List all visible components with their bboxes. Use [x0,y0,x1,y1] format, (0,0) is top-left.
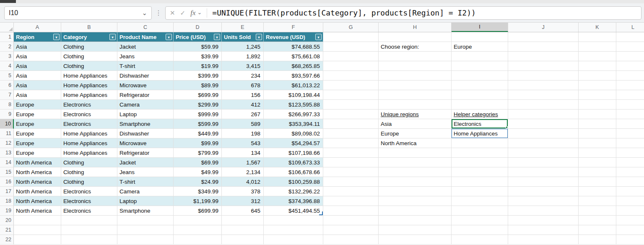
cell-G9[interactable] [323,109,379,119]
cell-C14[interactable]: Jacket [117,158,174,167]
cell-J3[interactable] [508,52,579,61]
cell-J10[interactable] [508,119,579,129]
cell-F5[interactable]: $93,597.66 [264,71,323,81]
cell-A2[interactable]: Asia [14,42,61,52]
formula-input-area[interactable]: ✕ ✓ fx ⌄ =UNIQUE(FILTER(products[Categor… [165,6,641,20]
cell-H2[interactable]: Choose region: [379,42,452,52]
cell-H12[interactable]: North America [379,138,452,148]
cell-H18[interactable] [379,196,452,206]
cell-B13[interactable]: Home Appliances [61,148,117,158]
row-header-21[interactable]: 21 [0,225,14,235]
cell-K8[interactable] [579,100,616,109]
row-header-7[interactable]: 7 [0,90,14,100]
filter-button-column-F[interactable]: ▾ [315,34,322,40]
cell-H19[interactable] [379,206,452,216]
cell-K3[interactable] [579,52,616,61]
cell-A5[interactable]: Asia [14,71,61,81]
column-header-L[interactable]: L [616,23,644,32]
cell-I4[interactable] [452,61,508,71]
cell-E10[interactable]: 589 [222,119,264,129]
cell-B12[interactable]: Home Appliances [61,138,117,148]
cell-F6[interactable]: $61,013.22 [264,81,323,90]
cell-C16[interactable]: T-shirt [117,177,174,187]
column-header-F[interactable]: F [264,23,323,32]
cell-I3[interactable] [452,52,508,61]
cell-E1[interactable]: Units Sold▾ [222,32,264,42]
column-header-G[interactable]: G [323,23,379,32]
column-header-A[interactable]: A [14,23,61,32]
cell-I19[interactable] [452,206,508,216]
cell-F21[interactable] [264,225,323,235]
cell-E7[interactable]: 156 [222,90,264,100]
cell-I17[interactable] [452,187,508,196]
cell-I12[interactable] [452,138,508,148]
cell-J21[interactable] [508,225,579,235]
cell-C19[interactable]: Smartphone [117,206,174,216]
row-header-17[interactable]: 17 [0,187,14,196]
cell-J11[interactable] [508,129,579,138]
filter-button-column-E[interactable]: ▾ [256,34,262,40]
cell-A12[interactable]: Europe [14,138,61,148]
cell-A22[interactable] [14,235,61,245]
filter-button-column-A[interactable]: ▾ [53,34,60,40]
cell-B20[interactable] [61,216,117,225]
cell-D17[interactable]: $349.99 [174,187,222,196]
cell-G21[interactable] [323,225,379,235]
formula-input[interactable]: =UNIQUE(FILTER(products[Category], produ… [212,8,476,17]
cell-C20[interactable] [117,216,174,225]
row-header-12[interactable]: 12 [0,138,14,148]
cell-G1[interactable] [323,32,379,42]
cell-E8[interactable]: 412 [222,100,264,109]
cell-L4[interactable] [616,61,644,71]
cell-K18[interactable] [579,196,616,206]
cell-A7[interactable]: Asia [14,90,61,100]
cell-F16[interactable]: $100,259.88 [264,177,323,187]
row-header-3[interactable]: 3 [0,52,14,61]
cell-K5[interactable] [579,71,616,81]
cell-A3[interactable]: Asia [14,52,61,61]
cell-B5[interactable]: Home Appliances [61,71,117,81]
cell-L19[interactable] [616,206,644,216]
cell-B2[interactable]: Clothing [61,42,117,52]
cell-I18[interactable] [452,196,508,206]
cell-A17[interactable]: North America [14,187,61,196]
cell-K10[interactable] [579,119,616,129]
column-header-D[interactable]: D [174,23,222,32]
cell-E5[interactable]: 234 [222,71,264,81]
cell-D16[interactable]: $24.99 [174,177,222,187]
cell-I1[interactable] [452,32,508,42]
cell-H22[interactable] [379,235,452,245]
cell-B14[interactable]: Clothing [61,158,117,167]
cell-F17[interactable]: $132,296.22 [264,187,323,196]
row-header-10[interactable]: 10 [0,119,14,129]
cell-I16[interactable] [452,177,508,187]
cell-L3[interactable] [616,52,644,61]
cell-E13[interactable]: 134 [222,148,264,158]
row-header-13[interactable]: 13 [0,148,14,158]
cell-H14[interactable] [379,158,452,167]
filter-button-column-C[interactable]: ▾ [166,34,172,40]
row-header-9[interactable]: 9 [0,109,14,119]
cell-D13[interactable]: $799.99 [174,148,222,158]
filter-button-column-D[interactable]: ▾ [214,34,220,40]
cell-E18[interactable]: 312 [222,196,264,206]
cell-G8[interactable] [323,100,379,109]
cell-L18[interactable] [616,196,644,206]
cell-B7[interactable]: Home Appliances [61,90,117,100]
cell-K2[interactable] [579,42,616,52]
cell-H16[interactable] [379,177,452,187]
cell-F11[interactable]: $89,098.02 [264,129,323,138]
cell-D7[interactable]: $699.99 [174,90,222,100]
cell-L6[interactable] [616,81,644,90]
cell-I9[interactable]: Helper categories [452,109,508,119]
cell-D6[interactable]: $89.99 [174,81,222,90]
cell-I8[interactable] [452,100,508,109]
cell-H21[interactable] [379,225,452,235]
cell-E9[interactable]: 267 [222,109,264,119]
cell-E14[interactable]: 1,567 [222,158,264,167]
cell-H13[interactable] [379,148,452,158]
cell-B17[interactable]: Electronics [61,187,117,196]
cell-K13[interactable] [579,148,616,158]
cell-I13[interactable] [452,148,508,158]
cell-G4[interactable] [323,61,379,71]
